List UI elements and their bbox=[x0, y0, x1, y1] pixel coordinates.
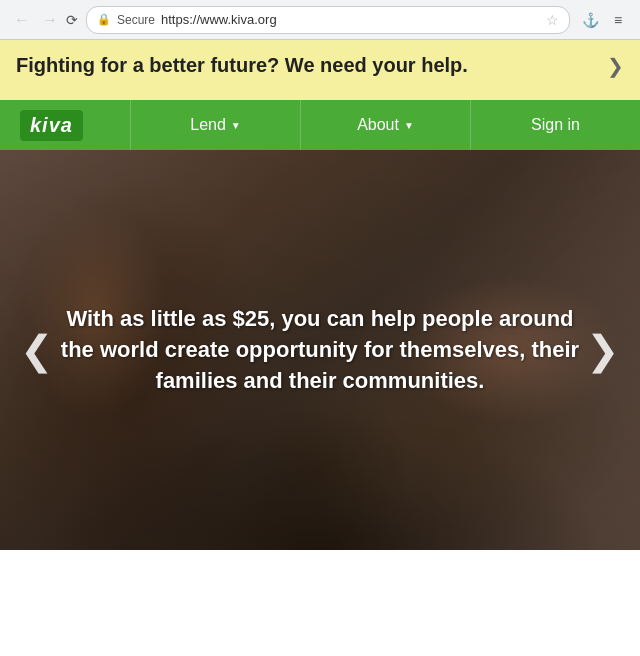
back-button[interactable]: ← bbox=[10, 9, 34, 31]
banner-text: Fighting for a better future? We need yo… bbox=[16, 52, 597, 78]
logo-text: kiva bbox=[20, 110, 83, 141]
lend-label: Lend bbox=[190, 116, 226, 134]
hero-section: With as little as $25, you can help peop… bbox=[0, 150, 640, 550]
promo-banner: Fighting for a better future? We need yo… bbox=[0, 40, 640, 100]
forward-button[interactable]: → bbox=[38, 9, 62, 31]
url-text: https://www.kiva.org bbox=[161, 12, 540, 27]
hero-text: With as little as $25, you can help peop… bbox=[48, 304, 592, 396]
navbar: kiva Lend ▼ About ▼ Sign in bbox=[0, 100, 640, 150]
browser-chrome: ← → ⟳ 🔒 Secure https://www.kiva.org ☆ ⚓ … bbox=[0, 0, 640, 40]
lock-icon: 🔒 bbox=[97, 13, 111, 26]
lend-arrow-icon: ▼ bbox=[231, 120, 241, 131]
browser-nav-buttons: ← → ⟳ bbox=[10, 9, 78, 31]
about-arrow-icon: ▼ bbox=[404, 120, 414, 131]
nav-item-lend[interactable]: Lend ▼ bbox=[130, 100, 300, 150]
nav-item-about[interactable]: About ▼ bbox=[300, 100, 470, 150]
nav-item-signin[interactable]: Sign in bbox=[470, 100, 640, 150]
hero-next-button[interactable]: ❯ bbox=[576, 317, 630, 383]
menu-button[interactable]: ≡ bbox=[606, 8, 630, 32]
banner-close-button[interactable]: ❯ bbox=[607, 54, 624, 78]
bookmark-icon[interactable]: ☆ bbox=[546, 12, 559, 28]
about-label: About bbox=[357, 116, 399, 134]
browser-actions: ⚓ ≡ bbox=[578, 8, 630, 32]
hero-prev-button[interactable]: ❮ bbox=[10, 317, 64, 383]
refresh-button[interactable]: ⟳ bbox=[66, 12, 78, 28]
extensions-button[interactable]: ⚓ bbox=[578, 8, 602, 32]
nav-logo[interactable]: kiva bbox=[0, 100, 130, 150]
signin-label: Sign in bbox=[531, 116, 580, 134]
secure-label: Secure bbox=[117, 13, 155, 27]
address-bar[interactable]: 🔒 Secure https://www.kiva.org ☆ bbox=[86, 6, 570, 34]
nav-items: Lend ▼ About ▼ Sign in bbox=[130, 100, 640, 150]
